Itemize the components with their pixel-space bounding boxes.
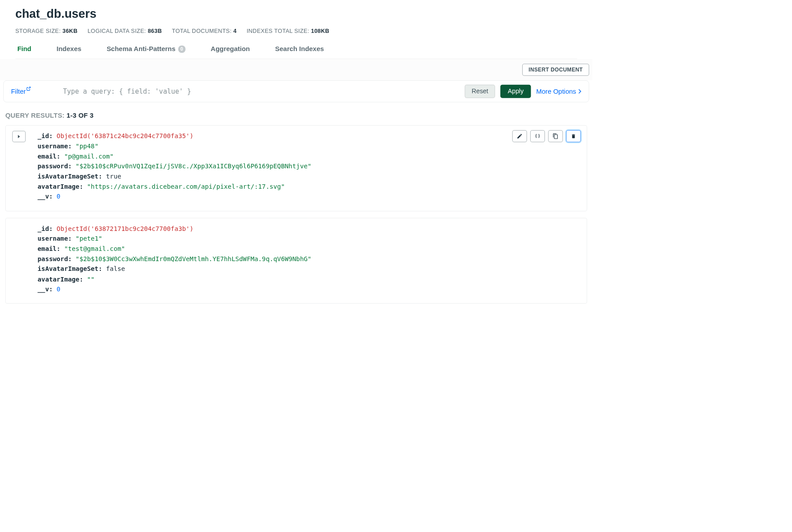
storage-size-label: STORAGE SIZE: bbox=[15, 28, 60, 34]
clone-button[interactable] bbox=[548, 130, 563, 142]
pencil-icon bbox=[516, 133, 522, 139]
more-options-link[interactable]: More Options bbox=[536, 87, 581, 95]
field-key: __v bbox=[38, 193, 49, 200]
field-key: password bbox=[38, 255, 68, 262]
braces-icon bbox=[534, 133, 541, 139]
more-options-label: More Options bbox=[536, 87, 576, 95]
tab-search-indexes[interactable]: Search Indexes bbox=[275, 43, 324, 59]
delete-button[interactable] bbox=[566, 130, 581, 142]
field-value: "pp48" bbox=[76, 142, 98, 149]
field-key: isAvatarImageSet bbox=[38, 173, 99, 180]
reset-button[interactable]: Reset bbox=[465, 85, 496, 98]
field-key: avatarImage bbox=[38, 275, 80, 282]
copy-json-button[interactable] bbox=[530, 130, 545, 142]
query-results-count: QUERY RESULTS: 1-3 OF 3 bbox=[0, 102, 592, 125]
field-key: username bbox=[38, 142, 68, 149]
storage-size-value: 36KB bbox=[62, 28, 77, 34]
tab-schema-anti-patterns[interactable]: Schema Anti-Patterns 0 bbox=[107, 43, 185, 59]
field-key: email bbox=[38, 152, 57, 159]
copy-icon bbox=[552, 133, 558, 139]
collection-title: chat_db.users bbox=[15, 7, 577, 20]
total-docs-label: TOTAL DOCUMENTS: bbox=[172, 28, 232, 34]
field-key: __v bbox=[38, 286, 49, 293]
caret-right-icon bbox=[17, 135, 20, 139]
document-content: _id: ObjectId('63871c24bc9c204c7700fa35'… bbox=[38, 131, 312, 202]
expand-button[interactable] bbox=[12, 131, 26, 142]
filter-bar: Filter Reset Apply More Options bbox=[3, 80, 589, 102]
tab-find[interactable]: Find bbox=[17, 43, 32, 59]
trash-icon bbox=[571, 133, 576, 139]
filter-label-text: Filter bbox=[11, 87, 26, 95]
tab-schema-label: Schema Anti-Patterns bbox=[107, 45, 176, 53]
indexes-size-label: INDEXES TOTAL SIZE: bbox=[247, 28, 309, 34]
document-card: _id: ObjectId('63871c24bc9c204c7700fa35'… bbox=[5, 125, 587, 211]
external-link-icon bbox=[26, 86, 31, 91]
field-value: "https://avatars.dicebear.com/api/pixel-… bbox=[87, 183, 285, 190]
logical-size-value: 863B bbox=[148, 28, 162, 34]
results-value: 1-3 OF 3 bbox=[67, 111, 94, 119]
tab-indexes[interactable]: Indexes bbox=[56, 43, 81, 59]
field-key: username bbox=[38, 235, 68, 242]
field-key: password bbox=[38, 163, 68, 170]
document-actions bbox=[512, 130, 581, 142]
field-key: _id bbox=[38, 132, 49, 139]
field-key: _id bbox=[38, 225, 49, 232]
indexes-size-value: 108KB bbox=[311, 28, 329, 34]
field-key: isAvatarImageSet bbox=[38, 265, 99, 272]
field-value: "test@gmail.com" bbox=[64, 245, 125, 252]
document-content: _id: ObjectId('63872171bc9c204c7700fa3b'… bbox=[38, 223, 312, 294]
logical-size-label: LOGICAL DATA SIZE: bbox=[88, 28, 146, 34]
query-input[interactable] bbox=[36, 87, 460, 95]
field-value: ObjectId('63872171bc9c204c7700fa3b') bbox=[56, 225, 193, 232]
schema-badge: 0 bbox=[178, 45, 185, 52]
field-value: false bbox=[106, 265, 125, 272]
caret-right-icon bbox=[578, 89, 581, 93]
field-value: ObjectId('63871c24bc9c204c7700fa35') bbox=[56, 132, 193, 139]
field-value: "$2b$10$3W0Cc3wXwhEmdIr0mQZdVeMtlmh.YE7h… bbox=[76, 255, 311, 262]
field-value: "$2b$10$cRPuv0nVQ1ZqeIi/jSV8c./Xpp3Xa1IC… bbox=[76, 163, 311, 170]
insert-document-button[interactable]: INSERT DOCUMENT bbox=[522, 64, 589, 76]
field-value: "pete1" bbox=[76, 235, 102, 242]
collection-stats: STORAGE SIZE: 36KB LOGICAL DATA SIZE: 86… bbox=[15, 28, 577, 35]
field-value: 0 bbox=[56, 193, 60, 200]
results-label: QUERY RESULTS: bbox=[5, 111, 64, 119]
field-key: avatarImage bbox=[38, 183, 80, 190]
field-value: 0 bbox=[56, 286, 60, 293]
total-docs-value: 4 bbox=[233, 28, 236, 34]
field-value: "p@gmail.com" bbox=[64, 152, 113, 159]
field-value: "" bbox=[87, 275, 95, 282]
tabs: Find Indexes Schema Anti-Patterns 0 Aggr… bbox=[15, 43, 577, 59]
filter-link[interactable]: Filter bbox=[11, 87, 31, 95]
field-value: true bbox=[106, 173, 121, 180]
document-card: _id: ObjectId('63872171bc9c204c7700fa3b'… bbox=[5, 218, 587, 304]
field-key: email bbox=[38, 245, 57, 252]
tab-aggregation[interactable]: Aggregation bbox=[211, 43, 250, 59]
apply-button[interactable]: Apply bbox=[500, 85, 531, 98]
edit-button[interactable] bbox=[512, 130, 527, 142]
